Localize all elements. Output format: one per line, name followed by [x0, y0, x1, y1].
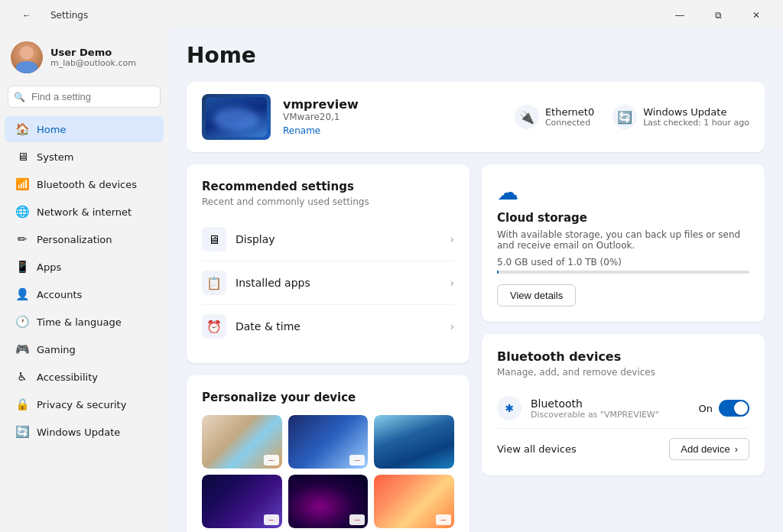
wallpaper-6[interactable]: —	[374, 475, 454, 528]
storage-bar-track	[497, 271, 749, 274]
page-title: Home	[187, 43, 765, 68]
cloud-storage-desc: With available storage, you can back up …	[497, 229, 749, 251]
system-icon: 🖥	[15, 150, 29, 164]
personalization-icon: ✏️	[15, 232, 29, 246]
update-icon: 🔄	[15, 425, 29, 439]
update-info: Windows Update Last checked: 1 hour ago	[643, 106, 749, 128]
device-info: vmpreview VMware20,1 Rename	[283, 97, 502, 137]
home-icon: 🏠	[15, 122, 29, 136]
sidebar-item-label: Bluetooth & devices	[37, 179, 137, 190]
installed-apps-label: Installed apps	[236, 277, 310, 289]
bluetooth-device-icon: ✱	[497, 396, 521, 420]
sidebar-item-label: Accounts	[37, 289, 82, 300]
sidebar-item-label: Personalization	[37, 234, 112, 245]
wallpaper-badge-4: —	[264, 514, 279, 525]
bluetooth-toggle[interactable]	[719, 400, 749, 417]
recommended-subtitle: Recent and commonly used settings	[202, 196, 454, 207]
title-bar-left: ← Settings	[9, 5, 88, 26]
two-col-layout: Recommended settings Recent and commonly…	[187, 164, 765, 532]
personalize-card: Personalize your device — —	[187, 375, 469, 532]
sidebar-item-label: Privacy & security	[37, 399, 126, 410]
sidebar-item-personalization[interactable]: ✏️ Personalization	[5, 226, 164, 252]
sidebar-item-label: Network & internet	[37, 206, 132, 218]
bt-toggle-area: On	[699, 400, 749, 417]
recommended-settings-card: Recommended settings Recent and commonly…	[187, 164, 469, 363]
sidebar-user: User Demo m_lab@outlook.com	[0, 34, 168, 86]
search-icon: 🔍	[14, 92, 25, 102]
view-details-button[interactable]: View details	[497, 284, 576, 307]
device-card: vmpreview VMware20,1 Rename 🔌 Ethernet0 …	[187, 82, 765, 152]
title-bar-controls: — ⧉ ✕	[662, 5, 774, 26]
close-button[interactable]: ✕	[739, 5, 774, 26]
bluetooth-devices-title: Bluetooth devices	[497, 349, 749, 364]
search-container: 🔍	[8, 86, 161, 108]
installed-apps-item[interactable]: 📋 Installed apps ›	[202, 261, 454, 305]
title-bar: ← Settings — ⧉ ✕	[0, 0, 783, 28]
sidebar-item-update[interactable]: 🔄 Windows Update	[5, 419, 164, 445]
sidebar-item-privacy[interactable]: 🔒 Privacy & security	[5, 391, 164, 417]
chevron-icon-bt: ›	[735, 443, 738, 455]
user-info: User Demo m_lab@outlook.com	[50, 47, 136, 68]
device-thumbnail	[202, 94, 271, 140]
cloud-storage-card: ☁ Cloud storage With available storage, …	[482, 164, 765, 322]
sidebar-item-accounts[interactable]: 👤 Accounts	[5, 281, 164, 307]
time-icon: 🕐	[15, 315, 29, 329]
user-name: User Demo	[50, 47, 136, 58]
datetime-item[interactable]: ⏰ Date & time ›	[202, 305, 454, 348]
view-all-devices-link[interactable]: View all devices	[497, 443, 577, 455]
minimize-button[interactable]: —	[662, 5, 697, 26]
avatar	[11, 41, 43, 73]
accounts-icon: 👤	[15, 287, 29, 301]
left-column: Recommended settings Recent and commonly…	[187, 164, 469, 532]
device-name: vmpreview	[283, 97, 502, 112]
chevron-icon: ›	[450, 233, 454, 245]
ethernet-icon: 🔌	[515, 105, 539, 129]
display-setting-item[interactable]: 🖥 Display ›	[202, 218, 454, 261]
wallpaper-5[interactable]: —	[288, 475, 369, 528]
sidebar-item-accessibility[interactable]: ♿ Accessibility	[5, 364, 164, 390]
wallpaper-2[interactable]: —	[288, 415, 369, 469]
bt-footer: View all devices Add device ›	[497, 429, 749, 460]
device-thumb-inner	[206, 97, 267, 137]
sidebar-item-gaming[interactable]: 🎮 Gaming	[5, 336, 164, 362]
rename-link[interactable]: Rename	[283, 125, 320, 136]
device-desc: VMware20,1	[283, 112, 502, 122]
wallpaper-1[interactable]: —	[202, 415, 282, 469]
installed-apps-icon: 📋	[202, 271, 226, 295]
wallpaper-badge-5: —	[349, 514, 365, 525]
sidebar-item-bluetooth[interactable]: 📶 Bluetooth & devices	[5, 171, 164, 197]
sidebar-item-system[interactable]: 🖥 System	[5, 144, 164, 170]
wallpaper-3[interactable]	[374, 415, 454, 469]
device-status-group: 🔌 Ethernet0 Connected 🔄 Windows Update L…	[515, 105, 749, 129]
storage-bar-fill	[497, 271, 499, 274]
search-input[interactable]	[8, 86, 161, 108]
storage-usage: 5.0 GB used of 1.0 TB (0%)	[497, 257, 749, 268]
sidebar-item-home[interactable]: 🏠 Home	[5, 116, 164, 142]
apps-icon: 📱	[15, 260, 29, 274]
sidebar-item-label: Gaming	[37, 344, 76, 355]
right-column: ☁ Cloud storage With available storage, …	[482, 164, 765, 532]
ethernet-info: Ethernet0 Connected	[545, 106, 594, 128]
update-label: Windows Update	[643, 106, 749, 118]
back-button[interactable]: ←	[9, 5, 44, 26]
maximize-button[interactable]: ⧉	[700, 5, 736, 26]
title-bar-title: Settings	[50, 10, 88, 21]
recommended-title: Recommended settings	[202, 180, 454, 193]
sidebar-item-time[interactable]: 🕐 Time & language	[5, 309, 164, 335]
bt-device-name: Bluetooth	[531, 397, 690, 410]
sidebar-item-apps[interactable]: 📱 Apps	[5, 254, 164, 280]
ethernet-sub: Connected	[545, 118, 594, 128]
bluetooth-devices-sub: Manage, add, and remove devices	[497, 367, 749, 378]
ethernet-status: 🔌 Ethernet0 Connected	[515, 105, 594, 129]
wallpaper-4[interactable]: —	[202, 475, 282, 528]
bluetooth-nav-icon: 📶	[15, 177, 29, 191]
cloud-storage-title: Cloud storage	[497, 211, 749, 225]
add-device-button[interactable]: Add device ›	[669, 438, 749, 460]
sidebar-item-label: Home	[37, 124, 66, 135]
bt-on-label: On	[699, 403, 713, 414]
datetime-icon: ⏰	[202, 314, 226, 339]
app-container: User Demo m_lab@outlook.com 🔍 🏠 Home 🖥 S…	[0, 28, 783, 532]
installed-apps-left: 📋 Installed apps	[202, 271, 310, 295]
sidebar-item-network[interactable]: 🌐 Network & internet	[5, 199, 164, 225]
bluetooth-device-row: ✱ Bluetooth Discoverable as "VMPREVIEW" …	[497, 388, 749, 429]
